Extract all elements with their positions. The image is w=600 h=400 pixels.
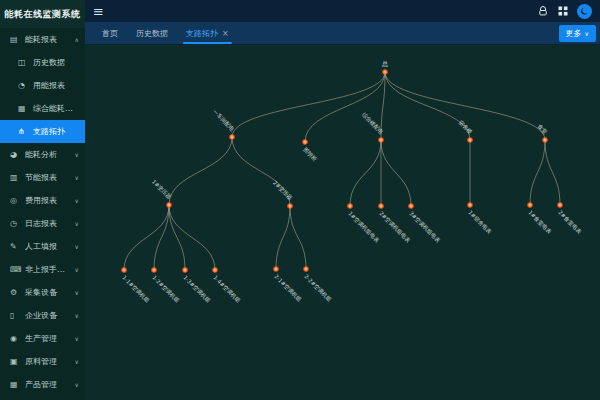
tree-node[interactable] bbox=[230, 135, 234, 139]
tree-node-label: 宿舍楼 bbox=[457, 119, 474, 136]
tree-node[interactable] bbox=[152, 268, 156, 272]
chevron-down-icon: ∨ bbox=[75, 266, 79, 273]
tree-node-label: 1-1#空调机组 bbox=[120, 274, 150, 304]
tree-node[interactable] bbox=[528, 203, 532, 207]
tree-node[interactable] bbox=[379, 138, 383, 142]
sidebar-item-3[interactable]: ▦综合能耗报表 bbox=[0, 97, 85, 120]
sidebar-item-label: 日志报表 bbox=[25, 218, 73, 229]
tree-node[interactable] bbox=[543, 138, 547, 142]
tree-node-label: 2#食堂电表 bbox=[556, 209, 583, 236]
sidebar-item-label: 采集设备 bbox=[25, 287, 73, 298]
tree-node[interactable] bbox=[468, 138, 472, 142]
chevron-down-icon: ∨ bbox=[75, 312, 79, 319]
tree-edge bbox=[385, 72, 470, 140]
tab-label: 历史数据 bbox=[136, 28, 168, 39]
tree-node-label: 1-3#空调机组 bbox=[181, 274, 211, 304]
sidebar-item-10[interactable]: ⌨非上报手工录入∨ bbox=[0, 258, 85, 281]
sidebar-item-label: 原料管理 bbox=[25, 356, 73, 367]
sidebar-item-13[interactable]: ◉生产管理∨ bbox=[0, 327, 85, 350]
tree-edge bbox=[169, 205, 215, 270]
tree-edges bbox=[124, 72, 560, 270]
sidebar-item-2[interactable]: ◔用能报表 bbox=[0, 74, 85, 97]
sidebar-item-label: 费用报表 bbox=[25, 195, 73, 206]
tab-0[interactable]: 首页 bbox=[93, 22, 127, 44]
tree-edge bbox=[290, 206, 306, 269]
tree-edge bbox=[305, 72, 385, 142]
tree-node[interactable] bbox=[558, 203, 562, 207]
tree-node[interactable] bbox=[183, 268, 187, 272]
tab-2[interactable]: 支路拓扑× bbox=[177, 22, 238, 44]
sidebar-item-15[interactable]: ▦产品管理∨ bbox=[0, 373, 85, 396]
tabbar: 首页历史数据支路拓扑× 更多 ∨ bbox=[85, 22, 600, 45]
energy-use-icon: ◔ bbox=[18, 81, 29, 90]
sidebar-item-9[interactable]: ✎人工填报∨ bbox=[0, 235, 85, 258]
sidebar-menu: ▤能耗报表∧◫历史数据◔用能报表▦综合能耗报表⋔支路拓扑◕能耗分析∨▥节能报表∨… bbox=[0, 28, 85, 396]
sidebar-item-label: 支路拓扑 bbox=[33, 126, 79, 137]
lock-icon[interactable] bbox=[537, 5, 549, 17]
sidebar-item-7[interactable]: ◎费用报表∨ bbox=[0, 189, 85, 212]
tree-node-label: 2-1#空调机组 bbox=[272, 273, 302, 303]
chevron-down-icon: ∨ bbox=[75, 151, 79, 158]
tree-node[interactable] bbox=[303, 140, 307, 144]
history-data-icon: ◫ bbox=[18, 58, 29, 67]
log-report-icon: ◷ bbox=[10, 219, 21, 228]
summary-report-icon: ▦ bbox=[18, 104, 29, 113]
tree-node[interactable] bbox=[167, 203, 171, 207]
sidebar-item-6[interactable]: ▥节能报表∨ bbox=[0, 166, 85, 189]
tree-node[interactable] bbox=[379, 204, 383, 208]
tree-node[interactable] bbox=[348, 204, 352, 208]
tree-node-label: 食堂 bbox=[536, 123, 549, 136]
tree-node[interactable] bbox=[122, 268, 126, 272]
sidebar-item-4[interactable]: ⋔支路拓扑 bbox=[0, 120, 85, 143]
tree-edge bbox=[381, 140, 411, 206]
close-icon[interactable]: × bbox=[222, 29, 229, 38]
more-button[interactable]: 更多 ∨ bbox=[559, 25, 596, 42]
tree-node[interactable] bbox=[304, 267, 308, 271]
app-window: 能耗在线监测系统 ▤能耗报表∧◫历史数据◔用能报表▦综合能耗报表⋔支路拓扑◕能耗… bbox=[0, 0, 600, 400]
sidebar-item-8[interactable]: ◷日志报表∨ bbox=[0, 212, 85, 235]
tree-edge bbox=[169, 205, 185, 270]
tree-node[interactable] bbox=[383, 70, 387, 74]
report-icon: ▤ bbox=[10, 35, 21, 44]
sidebar-item-label: 企业设备 bbox=[25, 310, 73, 321]
product-icon: ▦ bbox=[10, 380, 21, 389]
sidebar-item-1[interactable]: ◫历史数据 bbox=[0, 51, 85, 74]
tab-1[interactable]: 历史数据 bbox=[127, 22, 177, 44]
sidebar-item-5[interactable]: ◕能耗分析∨ bbox=[0, 143, 85, 166]
tree-node[interactable] bbox=[274, 267, 278, 271]
sidebar: 能耗在线监测系统 ▤能耗报表∧◫历史数据◔用能报表▦综合能耗报表⋔支路拓扑◕能耗… bbox=[0, 0, 85, 400]
tree-node[interactable] bbox=[288, 204, 292, 208]
sidebar-item-label: 非上报手工录入 bbox=[25, 264, 73, 275]
topology-canvas[interactable]: 总一车间配电1#变压器1-1#空调机组1-2#空调机组1-3#空调机组1-4#空… bbox=[85, 45, 600, 400]
tree-edge bbox=[276, 206, 290, 269]
branch-topology-icon: ⋔ bbox=[18, 127, 29, 136]
sidebar-item-12[interactable]: ▯企业设备∨ bbox=[0, 304, 85, 327]
hamburger-menu-icon[interactable]: ≡ bbox=[93, 5, 104, 18]
sidebar-item-label: 综合能耗报表 bbox=[33, 103, 79, 114]
sidebar-item-label: 节能报表 bbox=[25, 172, 73, 183]
sidebar-item-11[interactable]: ⚙采集设备∨ bbox=[0, 281, 85, 304]
cost-report-icon: ◎ bbox=[10, 196, 21, 205]
tree-node-label: 照明柜 bbox=[301, 146, 318, 163]
chevron-down-icon: ∨ bbox=[75, 197, 79, 204]
tree-node[interactable] bbox=[468, 203, 472, 207]
tree-edge bbox=[124, 205, 169, 270]
chevron-down-icon: ∨ bbox=[75, 289, 79, 296]
tree-edge bbox=[545, 140, 560, 205]
production-icon: ◉ bbox=[10, 334, 21, 343]
sidebar-item-0[interactable]: ▤能耗报表∧ bbox=[0, 28, 85, 51]
collector-device-icon: ⚙ bbox=[10, 288, 21, 297]
sidebar-item-label: 生产管理 bbox=[25, 333, 73, 344]
tree-node-label: 1-4#空调机组 bbox=[211, 274, 241, 304]
chevron-down-icon: ∨ bbox=[75, 220, 79, 227]
sidebar-item-14[interactable]: ▣原料管理∨ bbox=[0, 350, 85, 373]
tree-node[interactable] bbox=[409, 204, 413, 208]
sidebar-item-label: 历史数据 bbox=[33, 57, 79, 68]
manual-fill-icon: ✎ bbox=[10, 242, 21, 251]
avatar[interactable] bbox=[577, 4, 592, 19]
tree-node-label: 总 bbox=[381, 60, 388, 67]
app-title: 能耗在线监测系统 bbox=[0, 0, 85, 28]
tree-node[interactable] bbox=[213, 268, 217, 272]
sidebar-item-label: 能耗分析 bbox=[25, 149, 73, 160]
grid-icon[interactable] bbox=[557, 5, 569, 17]
